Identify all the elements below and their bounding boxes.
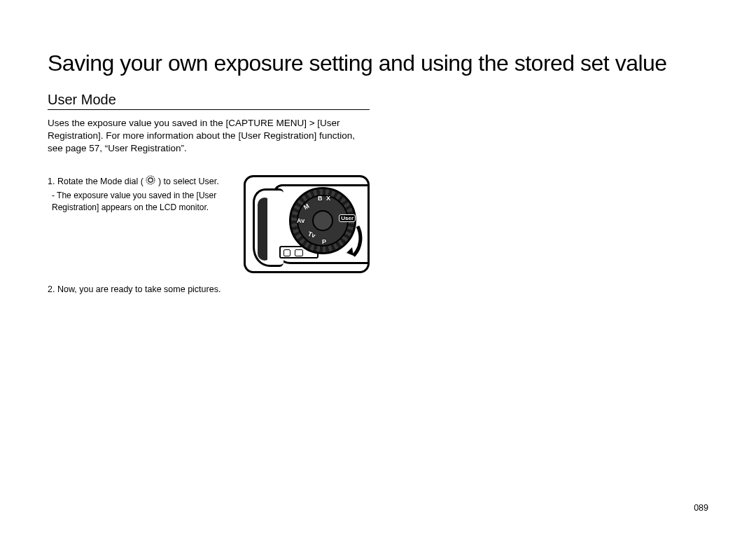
steps-block: 1. Rotate the Mode dial ( ) to select Us… bbox=[48, 175, 370, 294]
intro-paragraph: Uses the exposure value you saved in the… bbox=[48, 117, 370, 156]
page-headline: Saving your own exposure setting and usi… bbox=[48, 50, 708, 76]
svg-marker-2 bbox=[346, 247, 354, 256]
lcd-status-icon bbox=[284, 249, 290, 256]
step-1-main-b: ) to select User. bbox=[158, 177, 219, 186]
dial-label-b: B bbox=[318, 195, 323, 202]
step-1-text: 1. Rotate the Mode dial ( ) to select Us… bbox=[48, 175, 244, 214]
dial-label-user: User bbox=[339, 214, 356, 222]
dial-label-x: X bbox=[326, 195, 330, 202]
camera-body-illustration: User P Tv Av M B X bbox=[253, 184, 370, 264]
step-2-number: 2. bbox=[48, 284, 55, 294]
step-2: 2. Now, you are ready to take some pictu… bbox=[48, 284, 370, 294]
figure-frame: User P Tv Av M B X bbox=[244, 175, 370, 273]
dial-label-av: Av bbox=[297, 217, 304, 224]
dial-center bbox=[312, 210, 333, 231]
dial-label-p: P bbox=[322, 238, 326, 245]
section-title-user-mode: User Mode bbox=[48, 92, 370, 110]
step-1-number: 1. bbox=[48, 177, 55, 186]
mode-dial-figure: User P Tv Av M B X bbox=[244, 175, 370, 273]
grip-shading bbox=[258, 198, 272, 261]
step-1-main-a: Rotate the Mode dial ( bbox=[57, 177, 144, 186]
step-1: 1. Rotate the Mode dial ( ) to select Us… bbox=[48, 175, 370, 273]
manual-page: Saving your own exposure setting and usi… bbox=[0, 0, 756, 538]
lcd-status-icon bbox=[295, 249, 303, 256]
rotate-arrow-icon bbox=[340, 222, 363, 260]
step-2-text: Now, you are ready to take some pictures… bbox=[57, 284, 220, 294]
page-number: 089 bbox=[694, 503, 708, 513]
svg-point-1 bbox=[148, 177, 153, 181]
mode-dial-inline-icon bbox=[146, 175, 155, 189]
step-1-sub: - The exposure value you saved in the [U… bbox=[48, 190, 237, 214]
svg-point-0 bbox=[146, 176, 155, 184]
